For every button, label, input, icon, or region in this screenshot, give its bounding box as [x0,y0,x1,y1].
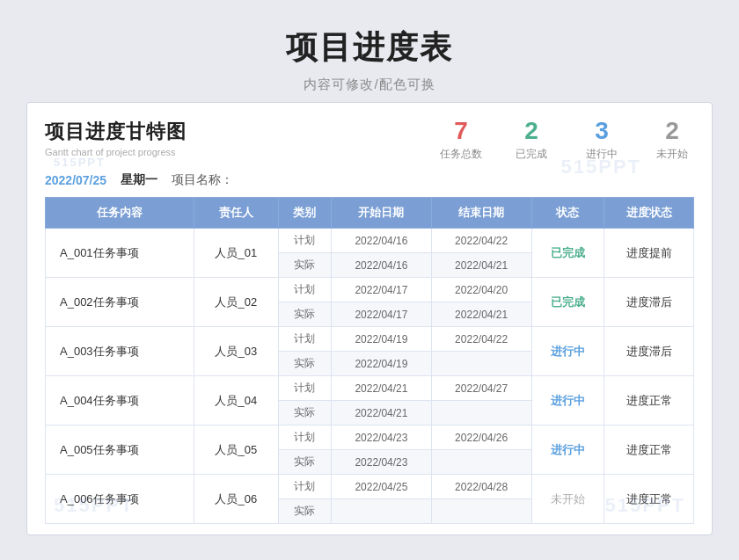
stat-ongoing-label: 进行中 [586,147,618,162]
td-progress: 进度滞后 [604,278,694,327]
td-type: 计划 [278,475,332,499]
td-end: 2022/04/22 [431,327,531,352]
td-start: 2022/04/25 [332,475,432,499]
stats-block: 7 任务总数 2 已完成 3 进行中 2 未开始 [439,119,694,162]
th-type: 类别 [278,198,332,229]
td-start: 2022/04/23 [332,425,432,450]
td-type: 实际 [278,401,332,425]
td-progress: 进度正常 [604,376,694,425]
stat-total-label: 任务总数 [440,147,482,162]
td-task-name: A_004任务事项 [46,376,194,425]
th-status: 状态 [531,198,604,229]
table-header-row: 任务内容 责任人 类别 开始日期 结束日期 状态 进度状态 [46,198,694,229]
td-person: 人员_03 [194,327,278,376]
td-start: 2022/04/17 [332,278,432,302]
page-title: 项目进度表 [286,26,453,69]
td-task-name: A_006任务事项 [46,475,194,524]
td-end [431,499,531,524]
th-end: 结束日期 [431,198,531,229]
td-person: 人员_06 [194,475,278,524]
table-row: A_004任务事项人员_04计划2022/04/212022/04/27进行中进… [46,376,694,401]
stat-ongoing: 3 进行中 [580,119,624,162]
card-header: 项目进度甘特图 Gantt chart of project progress … [45,119,694,162]
th-person: 责任人 [194,198,278,229]
page-subtitle: 内容可修改/配色可换 [286,76,453,93]
td-start: 2022/04/16 [332,253,432,278]
td-task-name: A_005任务事项 [46,425,194,475]
td-type: 实际 [278,302,332,327]
stat-ongoing-number: 3 [595,119,609,143]
card-sub-title: Gantt chart of project progress [45,147,187,157]
table-row: A_001任务事项人员_01计划2022/04/162022/04/22已完成进… [46,229,694,253]
td-person: 人员_05 [194,425,278,475]
td-end [431,450,531,475]
td-type: 计划 [278,229,332,253]
td-start: 2022/04/17 [332,302,432,327]
stat-done-number: 2 [524,119,538,143]
td-start: 2022/04/19 [332,352,432,376]
td-status: 已完成 [531,229,604,278]
table-row: A_003任务事项人员_03计划2022/04/192022/04/22进行中进… [46,327,694,352]
table-row: A_006任务事项人员_06计划2022/04/252022/04/28未开始进… [46,475,694,499]
td-status: 进行中 [531,327,604,376]
table-row: A_005任务事项人员_05计划2022/04/232022/04/26进行中进… [46,425,694,450]
td-status: 进行中 [531,425,604,475]
td-start: 2022/04/16 [332,229,432,253]
td-end: 2022/04/27 [431,376,531,401]
td-type: 实际 [278,253,332,278]
th-task: 任务内容 [46,198,194,229]
td-status: 进行中 [531,376,604,425]
td-status: 已完成 [531,278,604,327]
date-row: 2022/07/25 星期一 项目名称： [45,172,694,188]
stat-total: 7 任务总数 [439,119,483,162]
td-person: 人员_01 [194,229,278,278]
td-task-name: A_002任务事项 [46,278,194,327]
td-progress: 进度提前 [604,229,694,278]
stat-done: 2 已完成 [509,119,553,162]
th-progress: 进度状态 [604,198,694,229]
td-end: 2022/04/21 [431,302,531,327]
stat-total-number: 7 [454,119,468,143]
td-person: 人员_02 [194,278,278,327]
td-type: 实际 [278,352,332,376]
stat-notstart-number: 2 [665,119,679,143]
page-header: 项目进度表 内容可修改/配色可换 [286,0,453,102]
project-name-label: 项目名称： [172,172,233,188]
td-type: 实际 [278,499,332,524]
td-start: 2022/04/21 [332,376,432,401]
td-task-name: A_001任务事项 [46,229,194,278]
td-progress: 进度正常 [604,425,694,475]
td-start: 2022/04/19 [332,327,432,352]
weekday-value: 星期一 [121,172,157,188]
table-row: A_002任务事项人员_02计划2022/04/172022/04/20已完成进… [46,278,694,302]
stat-notstart: 2 未开始 [650,119,694,162]
td-end [431,352,531,376]
td-type: 实际 [278,450,332,475]
td-type: 计划 [278,376,332,401]
td-progress: 进度滞后 [604,327,694,376]
stat-done-label: 已完成 [516,147,547,162]
td-progress: 进度正常 [604,475,694,524]
date-value: 2022/07/25 [45,173,106,187]
card-title-block: 项目进度甘特图 Gantt chart of project progress [45,119,187,157]
gantt-table: 任务内容 责任人 类别 开始日期 结束日期 状态 进度状态 A_001任务事项人… [45,197,694,524]
td-start: 2022/04/21 [332,401,432,425]
th-start: 开始日期 [332,198,432,229]
td-start: 2022/04/23 [332,450,432,475]
td-start [332,499,432,524]
card-main-title: 项目进度甘特图 [45,119,187,145]
td-person: 人员_04 [194,376,278,425]
td-status: 未开始 [531,475,604,524]
td-end: 2022/04/21 [431,253,531,278]
td-end: 2022/04/20 [431,278,531,302]
td-end [431,401,531,425]
td-end: 2022/04/26 [431,425,531,450]
td-task-name: A_003任务事项 [46,327,194,376]
stat-notstart-label: 未开始 [656,147,688,162]
main-card: 515PPT 515PPT 515PPT 515PPT 项目进度甘特图 Gant… [26,102,713,535]
td-end: 2022/04/22 [431,229,531,253]
td-type: 计划 [278,278,332,302]
td-end: 2022/04/28 [431,475,531,499]
td-type: 计划 [278,327,332,352]
td-type: 计划 [278,425,332,450]
